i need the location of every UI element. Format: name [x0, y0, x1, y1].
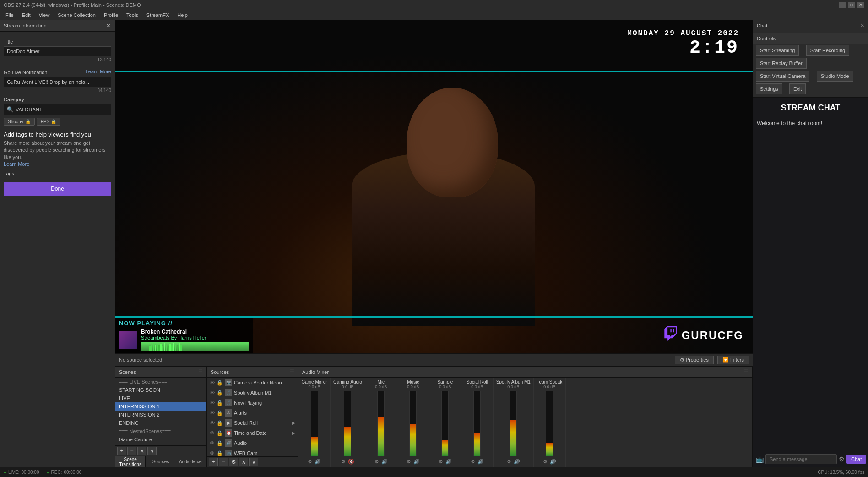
- chat-close-icon[interactable]: ✕: [860, 22, 864, 28]
- stream-info-close-btn[interactable]: ✕: [106, 22, 111, 29]
- scene-item[interactable]: === LIVE Scenes===: [115, 378, 206, 386]
- close-window-btn[interactable]: ✕: [857, 2, 864, 8]
- tag-fps-btn[interactable]: FPS 🔒: [37, 118, 60, 126]
- add-tags-learn-more-link[interactable]: Learn More: [4, 161, 29, 167]
- tab-sources[interactable]: Sources: [146, 456, 176, 467]
- filters-btn[interactable]: 🔽 Filters: [717, 356, 749, 364]
- eye-icon[interactable]: 👁: [210, 390, 215, 395]
- chat-send-btn[interactable]: Chat: [846, 455, 866, 464]
- source-item[interactable]: 👁 🔒 ▶ Social Roll ▶: [207, 418, 298, 428]
- source-item[interactable]: 👁 🔒 🎵 Spotify Albun M1: [207, 388, 298, 398]
- remove-source-btn[interactable]: −: [219, 458, 228, 466]
- start-virtual-camera-btn[interactable]: Start Virtual Camera: [756, 71, 809, 82]
- channel-settings-btn[interactable]: ⚙: [470, 458, 476, 465]
- eye-icon[interactable]: 👁: [210, 440, 215, 446]
- start-streaming-btn[interactable]: Start Streaming: [756, 45, 799, 56]
- notification-input[interactable]: [4, 77, 111, 87]
- source-item[interactable]: 👁 🔒 ⚠ Alarts: [207, 408, 298, 418]
- scene-up-btn[interactable]: ∧: [137, 447, 146, 455]
- source-item[interactable]: 👁 🔒 🎵 Now Playing: [207, 398, 298, 408]
- tab-scene-transitions[interactable]: Scene Transitions: [115, 456, 146, 467]
- channel-mute-btn[interactable]: 🔊: [445, 458, 452, 465]
- lock-icon[interactable]: 🔒: [217, 420, 223, 426]
- eye-icon[interactable]: 👁: [210, 380, 215, 385]
- channel-settings-btn[interactable]: ⚙: [542, 458, 548, 465]
- chat-message-input[interactable]: [765, 454, 837, 464]
- eye-icon[interactable]: 👁: [210, 450, 215, 456]
- tag-shooter-btn[interactable]: Shooter 🔒: [4, 118, 35, 126]
- eye-icon[interactable]: 👁: [210, 400, 215, 406]
- menu-view[interactable]: View: [35, 11, 54, 19]
- remove-scene-btn[interactable]: −: [127, 447, 136, 455]
- channel-settings-btn[interactable]: ⚙: [374, 458, 380, 465]
- scene-item[interactable]: === NestedScenes===: [115, 427, 206, 435]
- channel-settings-btn[interactable]: ⚙: [341, 458, 346, 465]
- expand-icon[interactable]: ▶: [292, 421, 295, 425]
- add-scene-btn[interactable]: +: [117, 447, 126, 455]
- exit-btn[interactable]: Exit: [789, 83, 806, 94]
- learn-more-notification-link[interactable]: Learn More: [86, 69, 111, 74]
- channel-mute-btn[interactable]: 🔇: [347, 458, 355, 465]
- menu-profile[interactable]: Profile: [100, 11, 122, 19]
- maximize-btn[interactable]: □: [848, 2, 855, 8]
- done-button[interactable]: Done: [4, 182, 111, 196]
- scene-item[interactable]: INTERMISSION 2: [115, 411, 206, 419]
- menu-scene-collection[interactable]: Scene Collection: [54, 11, 99, 19]
- minimize-btn[interactable]: ─: [839, 2, 846, 8]
- scene-item[interactable]: STARTING SOON: [115, 386, 206, 394]
- expand-icon[interactable]: ▶: [292, 431, 295, 435]
- source-item[interactable]: 👁 🔒 📹 WEB Cam: [207, 448, 298, 456]
- channel-mute-btn[interactable]: 🔊: [513, 458, 521, 465]
- scene-down-btn[interactable]: ∨: [147, 447, 157, 455]
- menu-streamfx[interactable]: StreamFX: [143, 11, 173, 19]
- source-item[interactable]: 👁 🔒 📷 Camera Border Neon: [207, 378, 298, 388]
- menu-help[interactable]: Help: [174, 11, 191, 19]
- eye-icon[interactable]: 👁: [210, 410, 215, 416]
- studio-mode-btn[interactable]: Studio Mode: [817, 71, 853, 82]
- menu-file[interactable]: File: [2, 11, 17, 19]
- audio-mixer-menu-icon[interactable]: ☰: [744, 369, 749, 375]
- start-replay-buffer-btn[interactable]: Start Replay Buffer: [756, 58, 807, 69]
- lock-icon[interactable]: 🔒: [217, 380, 223, 386]
- scene-item[interactable]: LIVE: [115, 394, 206, 402]
- channel-mute-btn[interactable]: 🔊: [477, 458, 484, 465]
- lock-icon[interactable]: 🔒: [217, 410, 223, 416]
- menu-edit[interactable]: Edit: [18, 11, 34, 19]
- menu-tools[interactable]: Tools: [123, 11, 142, 19]
- channel-settings-btn[interactable]: ⚙: [406, 458, 412, 465]
- scene-item-intermission1[interactable]: INTERMISSION 1: [115, 402, 206, 411]
- scenes-panel-menu-icon[interactable]: ☰: [198, 369, 203, 375]
- source-item[interactable]: 👁 🔒 🔊 Audio: [207, 438, 298, 448]
- settings-btn[interactable]: Settings: [756, 83, 782, 94]
- channel-settings-btn[interactable]: ⚙: [506, 458, 512, 465]
- scene-item[interactable]: Game Capture: [115, 435, 206, 444]
- start-recording-btn[interactable]: Start Recording: [806, 45, 849, 56]
- title-input[interactable]: [4, 46, 111, 56]
- lock-icon[interactable]: 🔒: [217, 430, 223, 436]
- channel-mute-btn[interactable]: 🔊: [549, 458, 557, 465]
- eye-icon[interactable]: 👁: [210, 420, 215, 426]
- lock-icon[interactable]: 🔒: [217, 450, 223, 456]
- sources-panel-menu-icon[interactable]: ☰: [290, 369, 294, 375]
- properties-btn[interactable]: ⚙ Properties: [675, 356, 714, 364]
- bottom-area: Scenes ☰ === LIVE Scenes=== STARTING SOO…: [115, 366, 753, 467]
- tab-audio-mixer[interactable]: Audio Mixer: [176, 456, 206, 467]
- source-item[interactable]: 👁 🔒 ⏰ Time and Date ▶: [207, 428, 298, 438]
- category-input[interactable]: [16, 107, 108, 112]
- eye-icon[interactable]: 👁: [210, 430, 215, 436]
- channel-mute-btn[interactable]: 🔊: [381, 458, 388, 465]
- lock-icon[interactable]: 🔒: [217, 440, 223, 446]
- channel-mute-btn[interactable]: 🔊: [413, 458, 420, 465]
- channel-settings-btn[interactable]: ⚙: [438, 458, 444, 465]
- source-settings-btn[interactable]: ⚙: [229, 458, 238, 466]
- lock-icon[interactable]: 🔒: [217, 400, 223, 406]
- add-source-btn[interactable]: +: [209, 458, 218, 466]
- lock-icon[interactable]: 🔒: [217, 390, 223, 396]
- chat-settings-btn[interactable]: ⚙: [839, 455, 845, 463]
- source-down-btn[interactable]: ∨: [249, 458, 258, 466]
- channel-mute-btn[interactable]: 🔊: [314, 458, 321, 465]
- channel-settings-btn[interactable]: ⚙: [307, 458, 313, 465]
- source-up-btn[interactable]: ∧: [239, 458, 248, 466]
- rec-status: ● REC: 00:00:00: [46, 470, 81, 475]
- scene-item[interactable]: ENDING: [115, 419, 206, 427]
